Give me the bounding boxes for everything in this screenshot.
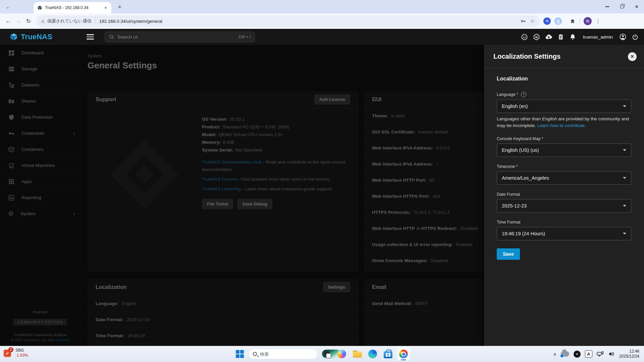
user-account-icon[interactable] <box>619 33 627 41</box>
truenas-logo-icon <box>9 33 18 41</box>
extension-q-icon[interactable]: Q <box>554 17 562 25</box>
search-icon <box>253 352 257 356</box>
save-button[interactable]: Save <box>497 248 520 260</box>
truecloud-icon[interactable] <box>545 33 553 41</box>
notifications-bell-icon[interactable] <box>569 33 577 41</box>
help-icon[interactable]: ? <box>521 92 526 97</box>
windows-logo-icon <box>236 350 244 358</box>
date-format-select[interactable]: 2025-12-23 <box>497 199 631 213</box>
app-header: TrueNAS Ctrl + / <box>0 29 644 45</box>
widget-ticker: SBG <box>15 348 28 353</box>
security-chip[interactable]: ⚠ 保護されていない通信 <box>41 18 91 24</box>
speaker-icon[interactable] <box>608 351 615 357</box>
url-text: 192.168.0.34/ui/system/general <box>99 19 516 24</box>
toolbar-divider <box>580 18 580 24</box>
tab-search-button[interactable]: ⌄ <box>3 3 12 10</box>
forward-icon[interactable]: → <box>13 16 23 26</box>
task-view-icon <box>324 351 329 357</box>
bookmark-star-icon[interactable]: ☆ <box>530 18 535 24</box>
back-icon[interactable]: ← <box>3 16 13 26</box>
restore-button[interactable] <box>614 0 629 13</box>
time-format-label: Time Format <box>497 220 631 225</box>
jobs-icon[interactable] <box>533 33 541 41</box>
reload-icon[interactable]: ↻ <box>23 16 34 26</box>
browser-tab[interactable]: TrueNAS - 192.168.0.34 ✕ <box>34 2 111 13</box>
close-icon[interactable]: ✕ <box>628 52 637 61</box>
browser-toolbar: ← → ↻ ⚠ 保護されていない通信 192.168.0.34/ui/syste… <box>0 13 644 29</box>
taskbar-search-input[interactable] <box>260 352 319 357</box>
header-actions: truenas_admin <box>521 29 639 45</box>
username-label: truenas_admin <box>583 35 613 40</box>
search-ui-box[interactable]: Ctrl + / <box>105 32 255 42</box>
learn-contribute-link[interactable]: Learn how to contribute. <box>537 123 586 128</box>
password-key-icon[interactable] <box>520 18 526 24</box>
checklist-icon[interactable] <box>557 33 565 41</box>
tab-title: TrueNAS - 192.168.0.34 <box>45 5 100 10</box>
timezone-select[interactable]: America/Los_Angeles <box>497 171 631 185</box>
hamburger-menu-icon[interactable] <box>87 34 94 40</box>
search-shortcut: Ctrl + / <box>238 35 251 39</box>
store-button[interactable] <box>381 347 395 361</box>
store-icon <box>384 351 392 358</box>
date-format-label: Date Format <box>497 192 631 197</box>
chevron-down-icon <box>623 149 626 151</box>
chrome-button[interactable] <box>397 347 410 361</box>
new-tab-button[interactable]: + <box>115 3 124 11</box>
chip-divider <box>95 18 95 24</box>
screen: ⌄ TrueNAS - 192.168.0.34 ✕ + ✕ ← → ↻ <box>0 0 644 362</box>
feedback-smiley-icon[interactable] <box>521 33 529 41</box>
truenas-favicon <box>37 5 42 10</box>
taskbar-search[interactable] <box>249 349 318 359</box>
panel-section-title: Localization <box>497 76 631 82</box>
truenas-logo-text: TrueNAS <box>21 33 52 41</box>
task-view-button[interactable] <box>320 347 333 361</box>
widget-icon: ✓ 2 <box>3 348 13 358</box>
taskbar-clock[interactable]: 12:46 2025/12/24 <box>619 349 639 359</box>
edge-icon <box>368 350 377 358</box>
keyboard-map-label: Console Keyboard Map * <box>497 136 631 141</box>
system-tray: ∧ ✕ A 12:46 2025/12/24 <box>553 346 644 362</box>
file-explorer-button[interactable] <box>351 347 364 361</box>
extensions-puzzle-icon[interactable] <box>570 18 576 24</box>
chevron-down-icon <box>623 233 626 235</box>
language-helper-text: Languages other than English are provide… <box>497 116 631 129</box>
browser-window: ⌄ TrueNAS - 192.168.0.34 ✕ + ✕ ← → ↻ <box>0 0 644 346</box>
window-controls: ✕ <box>600 0 644 13</box>
power-icon[interactable] <box>631 33 639 41</box>
tab-close-icon[interactable]: ✕ <box>103 5 109 11</box>
profile-avatar[interactable]: 玲 <box>584 17 592 25</box>
ime-mode-indicator[interactable]: A <box>585 350 592 358</box>
close-window-button[interactable]: ✕ <box>629 0 644 13</box>
chevron-down-icon <box>623 105 626 107</box>
chevron-down-icon <box>623 177 626 179</box>
warning-icon: ⚠ <box>41 19 45 24</box>
copilot-button[interactable] <box>335 347 348 361</box>
search-input[interactable] <box>117 35 235 40</box>
keyboard-map-select[interactable]: English (US) (us) <box>497 143 631 157</box>
copilot-icon <box>337 350 346 358</box>
windows-taskbar: ✓ 2 SBG -1.83% <box>0 346 644 362</box>
time-format-select[interactable]: 19:46:19 (24 Hours) <box>497 227 631 240</box>
search-icon <box>109 34 114 40</box>
tray-x-icon[interactable]: ✕ <box>574 351 581 358</box>
onedrive-icon[interactable] <box>561 351 569 357</box>
extension-icon[interactable]: ✳ <box>543 17 551 25</box>
clock-date: 2025/12/24 <box>619 354 639 359</box>
clock-time: 12:46 <box>619 349 639 354</box>
chrome-icon <box>399 350 408 358</box>
minimize-button[interactable] <box>600 0 614 13</box>
truenas-app: TrueNAS Ctrl + / <box>0 29 644 346</box>
edge-button[interactable] <box>366 347 379 361</box>
network-icon[interactable] <box>597 351 604 357</box>
widget-badge: 2 <box>8 347 13 352</box>
address-bar[interactable]: ⚠ 保護されていない通信 192.168.0.34/ui/system/gene… <box>36 15 539 27</box>
browser-menu-icon[interactable]: ⋮ <box>595 18 601 24</box>
hidden-icons-caret[interactable]: ∧ <box>553 352 556 357</box>
truenas-logo[interactable]: TrueNAS <box>9 29 52 45</box>
stocks-widget[interactable]: ✓ 2 SBG -1.83% <box>3 348 28 358</box>
timezone-label: Timezone * <box>497 164 631 169</box>
panel-title: Localization Settings <box>493 53 628 60</box>
language-label: Language * ? <box>497 92 631 97</box>
start-button[interactable] <box>233 347 247 361</box>
language-select[interactable]: English (en) <box>497 100 631 113</box>
